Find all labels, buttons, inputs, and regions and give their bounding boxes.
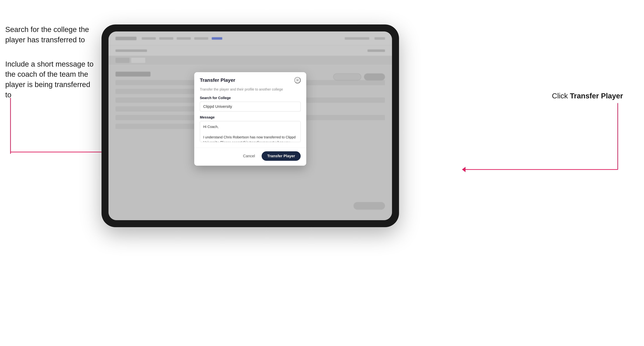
modal-overlay: Transfer Player × Transfer the player an… bbox=[108, 31, 392, 220]
transfer-player-modal: Transfer Player × Transfer the player an… bbox=[194, 72, 306, 166]
search-for-college-label: Search for College bbox=[200, 96, 301, 100]
message-label: Message bbox=[200, 115, 301, 119]
modal-header: Transfer Player × bbox=[194, 72, 306, 87]
modal-footer: Cancel Transfer Player bbox=[194, 148, 306, 166]
message-textarea[interactable]: Hi Coach, I understand Chris Robertson h… bbox=[200, 121, 301, 142]
annotation-message-text: Include a short message to the coach of … bbox=[5, 59, 96, 100]
svg-marker-5 bbox=[462, 167, 466, 172]
tablet-screen: Transfer Player × Transfer the player an… bbox=[108, 31, 392, 220]
modal-title: Transfer Player bbox=[200, 77, 235, 83]
annotation-left-block: Search for the college the player has tr… bbox=[5, 24, 96, 100]
annotation-search-text: Search for the college the player has tr… bbox=[5, 24, 96, 45]
search-for-college-input[interactable] bbox=[200, 102, 301, 112]
modal-subtitle: Transfer the player and their profile to… bbox=[200, 87, 301, 92]
transfer-player-button[interactable]: Transfer Player bbox=[262, 151, 301, 161]
cancel-button[interactable]: Cancel bbox=[240, 152, 258, 160]
modal-body: Transfer the player and their profile to… bbox=[194, 87, 306, 148]
annotation-click-text: Click Transfer Player bbox=[552, 91, 623, 101]
tablet-frame: Transfer Player × Transfer the player an… bbox=[102, 24, 399, 227]
modal-close-button[interactable]: × bbox=[294, 77, 301, 83]
annotation-right-block: Click Transfer Player bbox=[552, 91, 623, 101]
